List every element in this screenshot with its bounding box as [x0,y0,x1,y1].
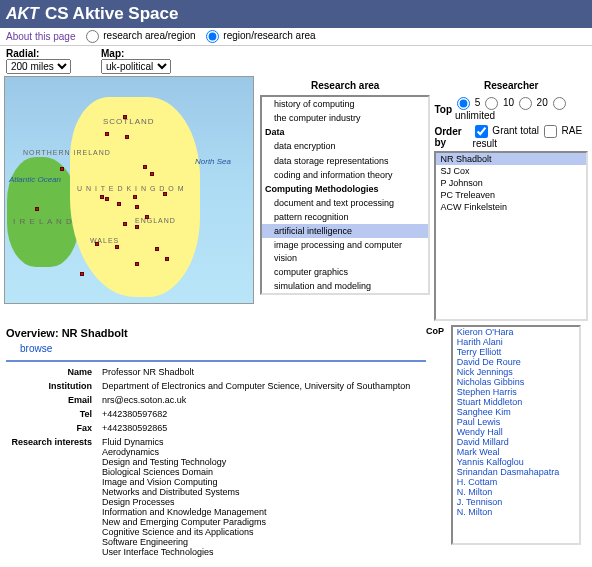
top-radio[interactable]: 5 [455,97,483,108]
map-city-dot[interactable] [143,165,147,169]
map-label: Map: [101,48,171,59]
cop-person[interactable]: N. Milton [453,487,579,497]
logo: AKT [6,5,39,23]
ra-item[interactable]: symbolic and algebraic manipulation [262,293,428,295]
cop-person[interactable]: Sanghee Kim [453,407,579,417]
map-label-atlantic: Atlantic Ocean [9,175,61,184]
top-radio[interactable]: 10 [483,97,517,108]
ra-item[interactable]: history of computing [262,97,428,111]
map-city-dot[interactable] [135,205,139,209]
app-title: CS Aktive Space [45,4,179,24]
cop-person[interactable]: Stephen Harris [453,387,579,397]
map-label-uk: U N I T E D K I N G D O M [77,185,185,192]
map-label-scotland: SCOTLAND [103,117,155,126]
overview-table: NameProfessor NR ShadboltInstitutionDepa… [6,364,426,560]
radial-label: Radial: [6,48,71,59]
mode-row: About this page research area/region reg… [0,28,592,46]
ra-item[interactable]: artificial intelligence [262,224,428,238]
app-header: AKT CS Aktive Space [0,0,592,28]
map-city-dot[interactable] [133,195,137,199]
cop-heading: CoP [426,324,448,338]
cop-person[interactable]: Wendy Hall [453,427,579,437]
cop-person[interactable]: David Millard [453,437,579,447]
top-radio[interactable]: 20 [517,97,551,108]
map-city-dot[interactable] [135,225,139,229]
radial-select[interactable]: 200 miles [6,59,71,74]
ra-item[interactable]: simulation and modeling [262,279,428,293]
cop-person[interactable]: Yannis Kalfoglou [453,457,579,467]
ra-item[interactable]: document and text processing [262,196,428,210]
researcher-list[interactable]: NR ShadboltSJ CoxP JohnsonPC TreleavenAC… [434,151,588,321]
ra-item[interactable]: data storage representations [262,154,428,168]
map-city-dot[interactable] [105,197,109,201]
browse-link[interactable]: browse [6,341,426,358]
cop-person[interactable]: Stuart Middleton [453,397,579,407]
map-city-dot[interactable] [95,242,99,246]
researcher-item[interactable]: ACW Finkelstein [436,201,586,213]
cop-person[interactable]: Paul Lewis [453,417,579,427]
ra-item[interactable]: image processing and computer vision [262,238,428,264]
map-city-dot[interactable] [115,245,119,249]
map-city-dot[interactable] [35,207,39,211]
map-view[interactable]: Atlantic Ocean North Sea SCOTLAND NORTHE… [4,76,254,304]
cop-person[interactable]: J. Tennison [453,497,579,507]
cop-person[interactable]: Kieron O'Hara [453,327,579,337]
map-city-dot[interactable] [100,195,104,199]
map-label-northsea: North Sea [195,157,231,166]
map-city-dot[interactable] [135,262,139,266]
cop-person[interactable]: Harith Alani [453,337,579,347]
about-link[interactable]: About this page [6,31,76,42]
map-city-dot[interactable] [125,135,129,139]
map-select[interactable]: uk-political [101,59,171,74]
researcher-item[interactable]: NR Shadbolt [436,153,586,165]
ra-category: Data [262,125,428,139]
map-city-dot[interactable] [80,272,84,276]
map-city-dot[interactable] [117,202,121,206]
overview-heading: Overview: NR Shadbolt [6,325,426,341]
map-label-ireland: I R E L A N D [13,217,73,226]
map-city-dot[interactable] [123,115,127,119]
cop-person[interactable]: Nick Jennings [453,367,579,377]
cop-person[interactable]: David De Roure [453,357,579,367]
orderby-row: Order by Grant total RAE result [434,123,588,151]
cop-person[interactable]: Mark Weal [453,447,579,457]
controls-row: Radial: 200 miles Map: uk-political [0,46,592,76]
order-check[interactable]: Grant total [473,125,542,136]
map-city-dot[interactable] [163,192,167,196]
map-city-dot[interactable] [60,167,64,171]
ra-item[interactable]: computer graphics [262,265,428,279]
map-city-dot[interactable] [105,132,109,136]
map-city-dot[interactable] [155,247,159,251]
research-area-list[interactable]: history of computingthe computer industr… [260,95,430,295]
mode-radio-1[interactable]: research area/region [84,30,196,43]
cop-list[interactable]: Kieron O'HaraHarith AlaniTerry ElliottDa… [451,325,581,545]
cop-person[interactable]: Nicholas Gibbins [453,377,579,387]
map-label-england: ENGLAND [135,217,176,224]
map-label-ni: NORTHERN IRELAND [23,149,111,156]
mode-radio-2[interactable]: region/research area [204,30,316,43]
ra-category: Computing Methodologies [262,182,428,196]
map-city-dot[interactable] [165,257,169,261]
cop-person[interactable]: Srinandan Dasmahapatra [453,467,579,477]
ra-item[interactable]: the computer industry [262,111,428,125]
ra-item[interactable]: pattern recognition [262,210,428,224]
ra-item[interactable]: coding and information theory [262,168,428,182]
researcher-heading: Researcher [434,76,588,95]
top-row: Top 5 10 20 unlimited [434,95,588,123]
map-city-dot[interactable] [150,172,154,176]
researcher-item[interactable]: SJ Cox [436,165,586,177]
ra-item[interactable]: data encryption [262,139,428,153]
research-area-heading: Research area [260,76,430,95]
cop-person[interactable]: H. Cottam [453,477,579,487]
map-city-dot[interactable] [123,222,127,226]
researcher-item[interactable]: P Johnson [436,177,586,189]
researcher-item[interactable]: PC Treleaven [436,189,586,201]
cop-person[interactable]: Terry Elliott [453,347,579,357]
map-city-dot[interactable] [145,215,149,219]
cop-person[interactable]: N. Milton [453,507,579,517]
